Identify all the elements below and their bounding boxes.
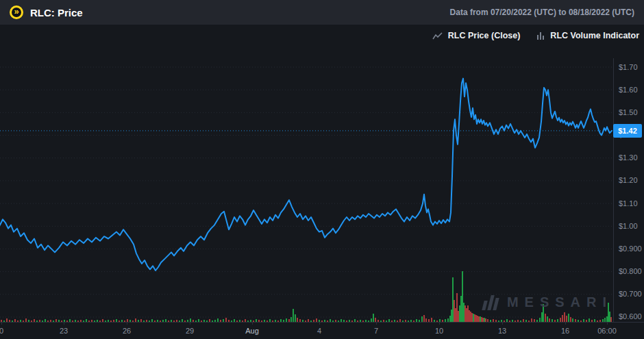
watermark-text: MESSARI [507,294,612,310]
legend-item-volume[interactable]: RLC Volume Indicator [536,31,639,40]
date-range-label: Data from 07/20/2022 (UTC) to 08/18/2022… [450,8,634,17]
chart-legend: RLC Price (Close) RLC Volume Indicator [432,31,639,40]
y-axis-label: $1.20 [619,176,638,184]
x-axis-label: Aug [245,327,259,335]
x-axis-label: 23 [60,327,68,335]
legend-label: RLC Price (Close) [448,31,521,40]
x-axis-label: 29 [186,327,194,335]
y-axis-label: $1.00 [619,222,638,230]
x-axis-label: 4 [317,327,321,335]
legend-label: RLC Volume Indicator [550,31,639,40]
page-title: RLC: Price [30,7,83,18]
messari-logo-icon [482,295,499,310]
y-axis-label: $1.10 [619,199,638,208]
chart-canvas[interactable] [0,0,644,339]
x-axis-label: 13 [498,327,506,335]
y-axis-label: $1.50 [619,108,638,116]
rlc-coin-icon: » [10,5,23,19]
title-bar: » RLC: Price Data from 07/20/2022 (UTC) … [0,0,644,25]
y-axis-label: $0.900 [619,244,642,253]
x-axis-label: 06:00 [597,327,617,335]
y-axis-label: $1.60 [619,86,638,94]
x-axis-label: 0 [0,327,3,335]
y-axis-label: $1.30 [619,153,638,162]
messari-watermark: MESSARI [484,294,612,310]
x-axis-label: 16 [561,327,569,335]
x-axis-label: 26 [123,327,131,335]
y-axis-label: $1.70 [619,63,638,71]
volume-bars-icon [536,32,545,40]
legend-item-price[interactable]: RLC Price (Close) [432,31,521,40]
chart-widget: » RLC: Price Data from 07/20/2022 (UTC) … [0,0,644,339]
x-axis-label: 10 [435,327,443,335]
current-price-badge: $1.42 [613,124,642,138]
line-chart-icon [432,32,443,40]
y-axis-label: $0.600 [619,312,642,321]
x-axis-label: 7 [374,327,378,335]
y-axis-label: $0.700 [619,290,642,298]
y-axis-label: $0.800 [619,267,642,275]
